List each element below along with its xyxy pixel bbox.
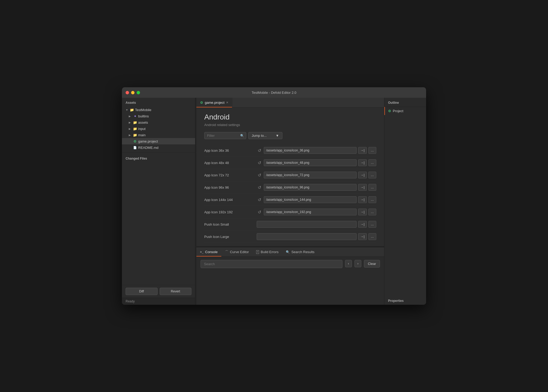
tree-label-builtins: builtins <box>138 114 149 118</box>
reset-btn-5[interactable]: ↺ <box>257 209 262 215</box>
revert-button[interactable]: Revert <box>160 288 192 295</box>
more-btn-7[interactable]: … <box>368 233 376 240</box>
tree-item-readme[interactable]: 📄 README.md <box>122 144 195 151</box>
bottom-content: ‹ › Clear <box>196 257 384 305</box>
search-input[interactable] <box>201 260 342 268</box>
settings-label-0: App Icon 36x 36 <box>204 149 257 153</box>
tree-arrow-input: ▶ <box>129 127 132 130</box>
tree-item-main[interactable]: ▶ 📁 main <box>122 132 195 138</box>
more-btn-3[interactable]: … <box>368 184 376 191</box>
bottom-tab-bar: >_ Console ⌒ Curve Editor ! Build Errors… <box>196 247 384 257</box>
reset-btn-0[interactable]: ↺ <box>257 148 262 154</box>
tab-console[interactable]: >_ Console <box>196 247 221 257</box>
filter-input-wrap: 🔍 <box>204 132 246 139</box>
folder-icon-testmobile: 📁 <box>130 108 134 112</box>
more-btn-4[interactable]: … <box>368 196 376 203</box>
path-input-7[interactable] <box>257 233 357 240</box>
path-input-5[interactable] <box>264 209 357 215</box>
goto-btn-3[interactable]: →| <box>358 184 367 191</box>
goto-btn-7[interactable]: →| <box>358 233 367 240</box>
more-btn-0[interactable]: … <box>368 147 376 154</box>
section-title: Android <box>204 113 376 121</box>
file-icon-readme: 📄 <box>133 145 137 150</box>
tab-build-errors[interactable]: ! Build Errors <box>252 247 282 257</box>
tree-item-builtins[interactable]: ▶ ✦ builtins <box>122 113 195 119</box>
tree-arrow-builtins: ▶ <box>129 115 132 118</box>
window-controls <box>126 91 140 94</box>
settings-label-5: App Icon 192x 192 <box>204 210 257 214</box>
goto-btn-0[interactable]: →| <box>358 147 367 154</box>
search-prev-button[interactable]: ‹ <box>345 260 352 267</box>
reset-btn-2[interactable]: ↺ <box>257 172 262 178</box>
tree-arrow-testmobile: ▼ <box>126 108 129 111</box>
settings-label-6: Push Icon Small <box>204 222 257 226</box>
path-input-2[interactable] <box>264 172 357 178</box>
folder-icon-assets: 📁 <box>133 120 137 124</box>
diff-button[interactable]: Diff <box>126 288 158 295</box>
goto-btn-1[interactable]: →| <box>358 159 367 166</box>
assets-header: Assets <box>122 98 195 107</box>
tree-label-testmobile: TestMobile <box>135 108 151 112</box>
settings-controls-0: ↺ →| … <box>257 147 376 154</box>
tree-item-assets[interactable]: ▶ 📁 assets <box>122 119 195 126</box>
reset-btn-1[interactable]: ↺ <box>257 160 262 166</box>
path-input-4[interactable] <box>264 196 357 203</box>
jumpto-chevron-icon: ▼ <box>276 134 279 138</box>
settings-controls-2: ↺ →| … <box>257 172 376 178</box>
titlebar: TestMobile - Defold Editor 2.0 <box>122 87 426 98</box>
path-input-1[interactable] <box>264 159 357 166</box>
tree-item-input[interactable]: ▶ 📁 input <box>122 126 195 132</box>
reset-btn-4[interactable]: ↺ <box>257 197 262 203</box>
settings-row-6: Push Icon Small →| … <box>204 218 376 231</box>
bottom-panel: >_ Console ⌒ Curve Editor ! Build Errors… <box>196 247 384 305</box>
goto-btn-2[interactable]: →| <box>358 172 367 178</box>
tab-gameproject[interactable]: ⚙ game.project ✕ <box>196 98 232 107</box>
gear-icon-gameproject: ⚙ <box>133 139 137 143</box>
sidebar: Assets ▼ 📁 TestMobile ▶ ✦ builtins ▶ 📁 a… <box>122 98 195 305</box>
tab-label-search-results: Search Results <box>291 250 314 254</box>
search-next-button[interactable]: › <box>354 260 361 267</box>
jumpto-label: Jump to... <box>252 134 267 138</box>
outline-project-item[interactable]: ⚙ Project <box>384 107 426 115</box>
tree-label-readme: README.md <box>138 146 158 150</box>
tab-bar: ⚙ game.project ✕ <box>196 98 384 108</box>
content-area: ⚙ game.project ✕ Android Android related… <box>196 98 384 305</box>
filter-input[interactable] <box>204 132 246 139</box>
more-btn-5[interactable]: … <box>368 209 376 215</box>
tree-item-gameproject[interactable]: ⚙ game.project <box>122 138 195 144</box>
more-btn-2[interactable]: … <box>368 172 376 178</box>
clear-button[interactable]: Clear <box>364 260 380 268</box>
more-btn-1[interactable]: … <box>368 159 376 166</box>
settings-label-4: App Icon 144x 144 <box>204 198 257 202</box>
curve-editor-icon: ⌒ <box>225 250 228 254</box>
reset-btn-3[interactable]: ↺ <box>257 184 262 190</box>
puzzle-icon-builtins: ✦ <box>133 114 137 118</box>
tab-label-curve-editor: Curve Editor <box>230 250 249 254</box>
settings-label-7: Push Icon Large <box>204 235 257 239</box>
path-input-6[interactable] <box>257 221 357 228</box>
path-input-0[interactable] <box>264 147 357 154</box>
goto-btn-4[interactable]: →| <box>358 196 367 203</box>
settings-controls-1: ↺ →| … <box>257 159 376 166</box>
tab-gear-icon: ⚙ <box>200 101 203 105</box>
goto-btn-6[interactable]: →| <box>358 221 367 228</box>
tab-close-gameproject[interactable]: ✕ <box>226 101 228 104</box>
minimize-button[interactable] <box>131 91 135 94</box>
outline-project-label: Project <box>393 109 403 113</box>
maximize-button[interactable] <box>137 91 140 94</box>
more-btn-6[interactable]: … <box>368 221 376 228</box>
project-gear-icon: ⚙ <box>388 109 391 113</box>
settings-row-3: App Icon 96x 96 ↺ →| … <box>204 181 376 194</box>
path-input-3[interactable] <box>264 184 357 191</box>
search-results-icon: 🔍 <box>286 250 290 254</box>
build-errors-icon: ! <box>256 250 259 254</box>
tree-item-testmobile[interactable]: ▼ 📁 TestMobile <box>122 107 195 113</box>
settings-table: App Icon 36x 36 ↺ →| … App Icon 48x 48 ↺ <box>204 144 376 243</box>
jumpto-button[interactable]: Jump to... ▼ <box>248 132 282 139</box>
tree-label-main: main <box>138 133 146 137</box>
tab-search-results[interactable]: 🔍 Search Results <box>282 247 318 257</box>
tab-curve-editor[interactable]: ⌒ Curve Editor <box>221 247 252 257</box>
settings-row-4: App Icon 144x 144 ↺ →| … <box>204 194 376 206</box>
goto-btn-5[interactable]: →| <box>358 209 367 215</box>
close-button[interactable] <box>126 91 129 94</box>
